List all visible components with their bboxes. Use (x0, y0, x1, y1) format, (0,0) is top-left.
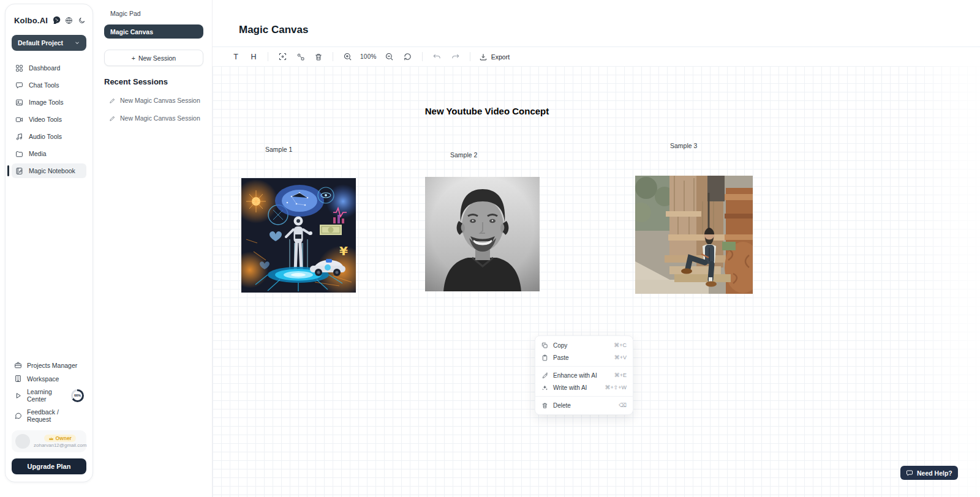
sidebar-item-magic-notebook[interactable]: Magic Notebook (12, 163, 86, 178)
briefcase-icon (14, 361, 22, 369)
heading-tool-glyph: H (249, 53, 258, 61)
delete-tool-button[interactable] (313, 51, 324, 62)
session-item[interactable]: New Magic Canvas Session (104, 97, 203, 104)
canvas-text-sample-3[interactable]: Sample 3 (670, 142, 697, 149)
canvas-text-heading[interactable]: New Youtube Video Concept (423, 106, 551, 116)
export-button[interactable]: Export (479, 53, 510, 61)
selected-accent-bar (7, 165, 9, 176)
sidebar-item-learning-center[interactable]: Learning Center 66% (12, 388, 86, 403)
feedback-bubble-icon (14, 412, 22, 420)
panel-item-magic-pad[interactable]: Magic Pad (104, 9, 203, 24)
context-menu-write-with-ai[interactable]: Write with AI ⌘+⇧+W (535, 381, 633, 394)
sidebar-item-chat-tools[interactable]: Chat Tools (12, 78, 86, 92)
music-note-icon (15, 133, 23, 141)
trash-icon (541, 402, 548, 409)
context-menu-copy[interactable]: Copy ⌘+C (535, 339, 633, 351)
canvas-image-portrait[interactable] (425, 177, 540, 291)
notebook-icon (15, 167, 23, 175)
text-tool-glyph: T (232, 53, 240, 61)
project-selector[interactable]: Default Project (12, 35, 86, 51)
sidebar-item-label: Chat Tools (29, 81, 59, 89)
pencil-icon (109, 115, 116, 122)
zoom-in-icon (343, 52, 352, 61)
canvas-toolbar: T H 100% Export (213, 47, 980, 66)
plus-icon: + (132, 54, 135, 62)
zoom-out-button[interactable] (383, 51, 395, 62)
owner-badge-label: Owner (55, 435, 71, 441)
sidebar-item-label: Dashboard (29, 64, 60, 72)
zoom-out-icon (385, 52, 394, 61)
canvas-image-ai-robot[interactable]: ¥ (241, 178, 356, 293)
crown-icon (48, 436, 54, 441)
context-menu: Copy ⌘+C Paste ⌘+V Enhance with AI ⌘+E W… (535, 335, 633, 415)
help-chat-icon (906, 469, 913, 477)
sidebar-item-feedback[interactable]: Feedback / Request (12, 408, 86, 423)
workflow-icon (296, 53, 305, 61)
session-label: New Magic Canvas Session (120, 114, 200, 122)
sidebar-item-workspace[interactable]: Workspace (12, 375, 86, 383)
drawing-canvas[interactable]: New Youtube Video Concept Sample 1 Sampl… (213, 66, 980, 497)
magic-pen-icon (541, 372, 548, 379)
workflow-button[interactable] (295, 51, 306, 62)
context-item-label: Paste (553, 354, 569, 361)
learning-progress-badge: 66% (71, 389, 84, 402)
panel-item-label: Magic Canvas (110, 28, 153, 36)
sidebar-item-image-tools[interactable]: Image Tools (12, 95, 86, 110)
language-globe-icon[interactable] (65, 17, 73, 24)
new-session-button[interactable]: + New Session (104, 50, 203, 66)
context-menu-paste[interactable]: Paste ⌘+V (535, 351, 633, 364)
canvas-text-sample-1[interactable]: Sample 1 (265, 146, 292, 153)
brain-logo-icon (51, 15, 61, 25)
footer-item-label: Feedback / Request (27, 408, 84, 423)
image-icon (15, 99, 23, 106)
play-icon (14, 392, 22, 400)
context-item-shortcut: ⌫ (619, 402, 627, 408)
learning-progress-value: 66% (73, 391, 82, 400)
context-menu-divider (535, 366, 633, 367)
context-menu-enhance-with-ai[interactable]: Enhance with AI ⌘+E (535, 369, 633, 381)
context-menu-delete[interactable]: Delete ⌫ (535, 399, 633, 411)
footer-item-label: Projects Manager (27, 362, 77, 369)
session-label: New Magic Canvas Session (120, 97, 200, 104)
context-item-label: Delete (553, 402, 571, 409)
sidebar-nav: Dashboard Chat Tools Image Tools Video T… (12, 61, 86, 178)
session-item[interactable]: New Magic Canvas Session (104, 114, 203, 122)
download-icon (479, 53, 488, 61)
clipboard-icon (541, 354, 548, 361)
zoom-level: 100% (360, 53, 377, 60)
sidebar-item-video-tools[interactable]: Video Tools (12, 112, 86, 127)
sidebar-item-dashboard[interactable]: Dashboard (12, 61, 86, 75)
sidebar-item-label: Video Tools (29, 116, 62, 123)
context-item-shortcut: ⌘+C (614, 342, 627, 348)
scan-select-icon (278, 52, 287, 61)
canvas-image-man-on-ruins[interactable] (635, 176, 753, 294)
context-menu-divider (535, 396, 633, 397)
folder-icon (15, 150, 23, 158)
sidebar-item-projects-manager[interactable]: Projects Manager (12, 361, 86, 369)
toolbar-separator (470, 52, 470, 61)
sidebar-spacer (12, 178, 86, 361)
zoom-in-button[interactable] (342, 51, 353, 62)
user-account-card[interactable]: Owner zoharvan12@gmail.com (12, 430, 86, 452)
need-help-button[interactable]: Need Help? (900, 466, 958, 480)
sidebar-item-audio-tools[interactable]: Audio Tools (12, 129, 86, 144)
upgrade-plan-button[interactable]: Upgrade Plan (12, 458, 86, 474)
text-tool-button[interactable]: T (230, 51, 241, 62)
context-item-label: Copy (553, 342, 567, 349)
heading-tool-button[interactable]: H (248, 51, 259, 62)
undo-button[interactable] (431, 51, 443, 62)
redo-button[interactable] (450, 51, 461, 62)
sidebar-item-label: Image Tools (29, 99, 63, 106)
project-selector-label: Default Project (18, 39, 63, 47)
panel-item-magic-canvas[interactable]: Magic Canvas (104, 24, 203, 39)
dark-mode-moon-icon[interactable] (78, 17, 86, 24)
footer-item-label: Workspace (27, 375, 59, 383)
reset-view-button[interactable] (402, 51, 413, 62)
context-item-shortcut: ⌘+V (614, 354, 627, 361)
new-session-label: New Session (138, 54, 176, 62)
sidebar: Kolbo.AI Default Project Dashboard Chat … (5, 4, 93, 482)
canvas-text-sample-2[interactable]: Sample 2 (450, 151, 477, 159)
notebook-panel: Magic Pad Magic Canvas + New Session Rec… (96, 0, 213, 497)
sidebar-item-media[interactable]: Media (12, 146, 86, 161)
ai-select-button[interactable] (277, 51, 288, 62)
